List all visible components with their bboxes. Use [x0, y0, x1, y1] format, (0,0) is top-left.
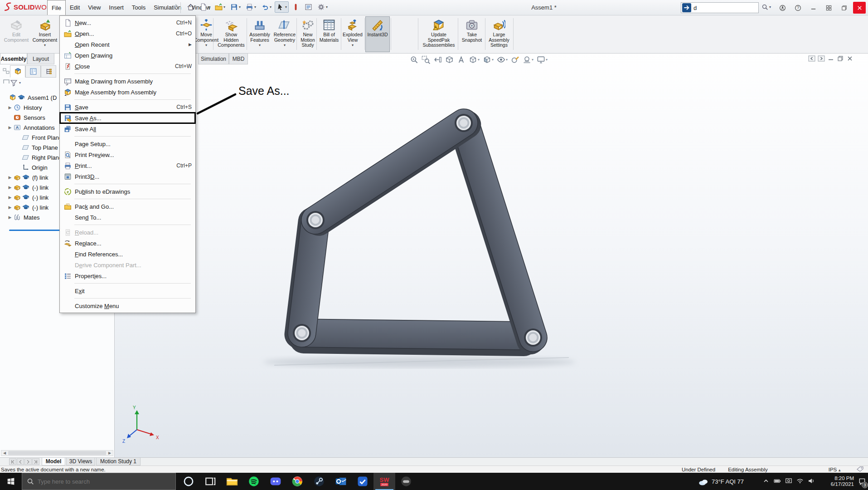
units-selector[interactable]: IPS▲ [774, 467, 848, 472]
taskbar-cortana[interactable] [178, 473, 199, 490]
menu-file[interactable]: File [47, 0, 66, 15]
file-menu-print-preview[interactable]: Print Preview... [60, 149, 195, 160]
zoom-area-button[interactable] [421, 55, 431, 64]
dropdown-caret-icon[interactable]: ▾ [254, 5, 256, 9]
tab-motion-study-1[interactable]: Motion Study 1 [96, 458, 141, 466]
nav-prev-button[interactable] [17, 458, 24, 465]
expand-arrow-icon[interactable]: ▶ [6, 185, 14, 190]
nav-last-button[interactable] [32, 458, 39, 465]
dropdown-caret-icon[interactable]: ▾ [492, 58, 494, 62]
dropdown-caret-icon[interactable]: ▾ [205, 43, 207, 47]
pin-icon[interactable] [171, 3, 179, 10]
file-menu-print[interactable]: Print...Ctrl+P [60, 160, 195, 171]
scroll-left-button[interactable] [808, 55, 815, 64]
tab-simulation[interactable]: Simulation [198, 54, 229, 64]
undo-button[interactable]: ▾ [259, 1, 273, 13]
ribbon-insert-component-button[interactable]: InsertComponent▾ [32, 16, 58, 52]
open-folder-button[interactable]: ▾ [213, 1, 227, 13]
tab-mbd[interactable]: MBD [229, 54, 248, 64]
menu-tools[interactable]: Tools [128, 0, 150, 15]
section-view-button[interactable] [445, 55, 454, 64]
list-button[interactable] [303, 1, 314, 13]
view-settings-button[interactable]: ▾ [536, 55, 548, 64]
dropdown-caret-icon[interactable]: ▾ [352, 43, 354, 47]
taskbar-discord[interactable] [265, 473, 286, 490]
tab-layout[interactable]: Layout [27, 54, 54, 64]
expand-arrow-icon[interactable]: ▶ [6, 105, 14, 110]
nav-next-button[interactable] [24, 458, 32, 465]
file-menu-customize-menu[interactable]: Customize Menu [60, 300, 195, 311]
file-menu-make-assembly-from-assembly[interactable]: Make Assembly from Assembly [60, 87, 195, 98]
taskbar-task-view[interactable] [199, 473, 221, 490]
new-doc-button[interactable]: ▾ [198, 1, 212, 13]
file-menu-save-all[interactable]: Save All [60, 123, 195, 134]
expand-arrow-icon[interactable]: ▶ [6, 195, 14, 200]
taskbar-chrome[interactable] [286, 473, 308, 490]
apps-grid-button[interactable] [822, 2, 835, 14]
search-options[interactable]: ▾ [761, 4, 771, 10]
taskbar-todo[interactable] [352, 473, 373, 490]
file-menu-new[interactable]: New...Ctrl+N [60, 17, 195, 28]
dropdown-caret-icon[interactable]: ▾ [532, 58, 533, 62]
ribbon-large-assembly-button[interactable]: LargeAssemblySettings [486, 16, 512, 52]
notification-center[interactable]: 3 [856, 473, 868, 490]
expand-arrow-icon[interactable]: ▶ [6, 205, 14, 210]
taskbar-search-input[interactable] [38, 478, 151, 485]
ribbon-instant3d-button[interactable]: Instant3D [365, 16, 390, 52]
dropdown-caret-icon[interactable]: ▾ [223, 5, 225, 9]
close-button[interactable] [853, 2, 866, 14]
tab-3d-views[interactable]: 3D Views [66, 458, 95, 466]
select-cursor-button[interactable]: ▾ [275, 1, 289, 13]
file-menu-open-recent[interactable]: Open Recent▶ [60, 39, 195, 50]
ribbon-snapshot-button[interactable]: TakeSnapshot [460, 16, 484, 52]
taskbar-solidworks[interactable]: SW2020 [373, 473, 395, 490]
taskbar-clock[interactable]: 8:20 PM 6/17/2021 [819, 473, 854, 490]
restore-button[interactable] [838, 2, 850, 14]
file-menu-print3d[interactable]: Print3D... [60, 171, 195, 182]
hide-show-items-button[interactable]: ▾ [496, 55, 508, 64]
expand-arrow-icon[interactable]: ▶ [6, 175, 14, 180]
dropdown-caret-icon[interactable]: ▾ [506, 58, 508, 62]
zoom-fit-button[interactable] [409, 55, 419, 64]
chevron-up-tray-button[interactable] [762, 477, 770, 486]
dropdown-caret-icon[interactable]: ▾ [326, 5, 328, 9]
filter-funnel-icon[interactable] [10, 79, 18, 87]
dropdown-caret-icon[interactable]: ▾ [270, 5, 272, 9]
taskbar-file-explorer[interactable] [221, 473, 243, 490]
panel-horizontal-scrollbar[interactable]: ◀ ▶ [1, 450, 113, 456]
dropdown-caret-icon[interactable]: ▾ [285, 5, 287, 9]
dropdown-caret-icon[interactable]: ▾ [546, 58, 548, 62]
battery-tray-button[interactable] [774, 477, 781, 486]
file-menu-properties[interactable]: Properties... [60, 270, 195, 281]
user-button[interactable] [776, 2, 789, 14]
menu-edit[interactable]: Edit [66, 0, 84, 15]
dropdown-caret-icon[interactable]: ▾ [239, 5, 241, 9]
scroll-right-button[interactable] [818, 55, 825, 64]
save-button[interactable]: ▾ [228, 1, 242, 13]
taskbar-search[interactable] [22, 473, 176, 490]
view-orientation-button[interactable]: ▾ [468, 55, 480, 64]
start-button[interactable] [0, 473, 22, 490]
minimize-button[interactable] [807, 2, 820, 14]
file-menu-open-drawing[interactable]: Open Drawing [60, 50, 195, 61]
menu-insert[interactable]: Insert [105, 0, 128, 15]
expand-arrow-icon[interactable]: ▶ [6, 125, 14, 130]
volume-tray-button[interactable] [808, 477, 815, 486]
dropdown-caret-icon[interactable]: ▾ [259, 43, 261, 47]
file-menu-save[interactable]: SaveCtrl+S [60, 102, 195, 113]
file-menu-replace[interactable]: Replace... [60, 238, 195, 249]
home-button[interactable] [185, 1, 196, 13]
tag-icon[interactable] [857, 466, 863, 472]
tab-model[interactable]: Model [42, 458, 65, 466]
features-tab-tab[interactable] [10, 65, 25, 78]
file-menu-exit[interactable]: Exit [60, 285, 195, 296]
tab-assembly[interactable]: Assembly [0, 54, 27, 64]
file-menu-pack-and-go[interactable]: Pack and Go... [60, 201, 195, 212]
dropdown-caret-icon[interactable]: ▾ [208, 5, 210, 9]
minimize-button[interactable] [827, 55, 834, 64]
help-button[interactable]: ? [791, 2, 804, 14]
taskbar-steam[interactable] [308, 473, 330, 490]
scroll-left-arrow[interactable]: ◀ [1, 451, 8, 455]
file-menu-publish-to-edrawings[interactable]: ePublish to eDrawings [60, 186, 195, 197]
command-search[interactable] [681, 2, 759, 13]
